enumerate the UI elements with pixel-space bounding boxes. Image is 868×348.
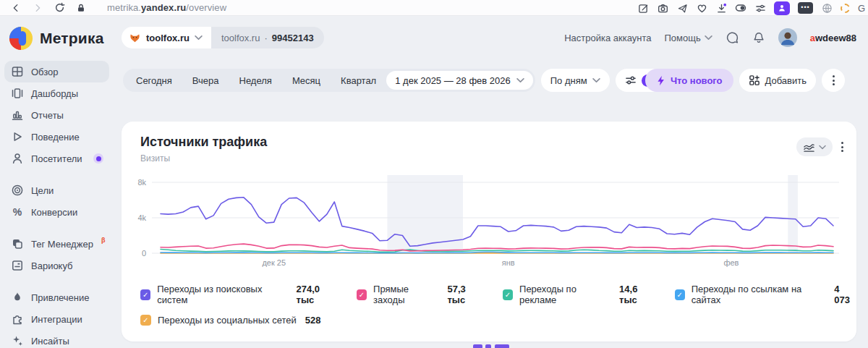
- area-chart-icon: [803, 142, 815, 153]
- metrika-logo-icon: [9, 26, 33, 51]
- integrations-icon: [11, 313, 24, 326]
- more-menu-button[interactable]: [822, 69, 845, 92]
- legend-checkbox[interactable]: ✓: [357, 289, 367, 300]
- metrika-logo[interactable]: Метрика: [0, 23, 114, 59]
- svg-text:янв: янв: [502, 258, 515, 267]
- notifications-bell-icon[interactable]: [752, 31, 765, 44]
- app-title: Метрика: [40, 30, 104, 47]
- help-menu[interactable]: Помощь: [664, 33, 712, 43]
- contrast-toggle-icon[interactable]: [735, 2, 746, 14]
- sidebar-item-label: Цели: [31, 185, 54, 196]
- kebab-icon: [833, 75, 835, 85]
- svg-text:8k: 8k: [137, 178, 146, 187]
- overview-icon: [11, 65, 24, 78]
- traffic-chart[interactable]: 04k8kдек 25янвфев: [129, 171, 849, 269]
- svg-text:4k: 4k: [137, 213, 146, 222]
- lock-icon: [75, 2, 87, 14]
- browser-extension-orange-icon[interactable]: [841, 4, 850, 13]
- forward-icon[interactable]: [32, 2, 43, 14]
- sidebar-item-attraction[interactable]: Привлечение: [4, 287, 109, 308]
- tagmanager-icon: [11, 237, 24, 250]
- date-range-picker[interactable]: 1 дек 2025 — 28 фев 2026: [386, 71, 533, 90]
- sidebar-item-goals[interactable]: Цели: [4, 179, 109, 201]
- sidebar-item-conversions[interactable]: %Конверсии: [4, 201, 109, 223]
- legend-checkbox[interactable]: ✓: [675, 289, 685, 300]
- add-widget-button[interactable]: Добавить: [739, 69, 816, 92]
- account-settings-link[interactable]: Настройка аккаунта: [564, 33, 651, 43]
- reload-icon[interactable]: [54, 2, 65, 14]
- sidebar-item-label: Конверсии: [31, 207, 77, 218]
- sidebar-item-behavior[interactable]: Поведение: [4, 126, 109, 148]
- sidebar-item-overview[interactable]: Обзор: [4, 61, 109, 82]
- heart-icon[interactable]: [696, 2, 707, 14]
- legend-label: Прямые заходы: [373, 284, 438, 305]
- legend-item: ✓Переходы из поисковых систем274,0 тыс: [140, 284, 338, 305]
- sidebar-item-label: Обзор: [31, 67, 59, 77]
- sidebar-item-tag-manager[interactable]: Тег Менеджерβ: [4, 233, 109, 255]
- widget-title: Источники трафика: [140, 135, 267, 150]
- legend-value: 14,6 тыс: [619, 284, 656, 305]
- tune-sliders-icon[interactable]: [754, 2, 766, 14]
- widget-subtitle: Визиты: [140, 153, 170, 164]
- chevron-down-icon: [516, 77, 524, 83]
- legend-value: 4 073: [834, 284, 856, 305]
- sliders-icon: [625, 75, 637, 86]
- preset-4[interactable]: Квартал: [331, 75, 386, 86]
- sidebar-item-label: Вариокуб: [31, 260, 73, 271]
- traffic-chart-svg: 04k8kдек 25янвфев: [129, 171, 849, 269]
- legend-item: ✓Прямые заходы57,3 тыс: [357, 284, 484, 305]
- address-bar[interactable]: metrika.yandex.ru/overview: [107, 2, 226, 13]
- username[interactable]: awdeew88: [810, 33, 856, 43]
- grid-plus-icon: [749, 75, 760, 86]
- sidebar-item-label: Привлечение: [31, 292, 90, 303]
- legend-value: 57,3 тыс: [447, 284, 483, 305]
- granularity-select[interactable]: По дням: [541, 69, 610, 92]
- widget-menu-button[interactable]: [841, 142, 843, 152]
- sidebar-item-visitors[interactable]: Посетители: [4, 148, 109, 169]
- svg-text:%: %: [13, 206, 22, 218]
- insights-icon: [11, 334, 24, 347]
- behavior-icon: [11, 130, 24, 143]
- chart-type-select[interactable]: [796, 137, 833, 156]
- download-icon[interactable]: [715, 2, 727, 14]
- chevron-down-icon: [705, 35, 712, 41]
- legend-checkbox[interactable]: ✓: [503, 289, 513, 300]
- sidebar-item-insights[interactable]: Инсайты: [4, 330, 109, 348]
- sidebar-item-label: Отчеты: [31, 110, 64, 121]
- legend-label: Переходы по ссылкам на сайтах: [692, 284, 826, 305]
- username-first-letter: a: [810, 33, 815, 43]
- reports-icon: [11, 109, 24, 122]
- sidebar-item-reports[interactable]: Отчеты: [4, 104, 109, 126]
- sidebar-item-label: Посетители: [31, 153, 82, 164]
- avatar[interactable]: [778, 28, 797, 47]
- visitors-icon: [11, 152, 24, 165]
- partial-extension-icon: G: [858, 3, 865, 14]
- browser-profile-icon[interactable]: [774, 1, 790, 15]
- send-icon[interactable]: [676, 2, 688, 14]
- extensions-icon[interactable]: •••: [798, 2, 813, 14]
- whats-new-button[interactable]: Что нового: [645, 69, 733, 92]
- chat-icon[interactable]: [726, 31, 739, 45]
- sidebar-item-dashboards[interactable]: Дашборды: [4, 82, 109, 104]
- conversions-icon: %: [11, 205, 24, 218]
- back-icon[interactable]: [10, 2, 22, 14]
- preset-1[interactable]: Вчера: [182, 75, 229, 86]
- sidebar-item-variocube[interactable]: Вариокуб: [4, 255, 109, 276]
- edit-note-icon[interactable]: [637, 2, 649, 14]
- legend-checkbox[interactable]: ✓: [140, 289, 150, 300]
- counter-info: toolfox.ru·99452143: [211, 27, 324, 48]
- username-rest: wdeew88: [815, 33, 856, 43]
- preset-2[interactable]: Неделя: [229, 75, 282, 86]
- globe-icon[interactable]: [821, 2, 833, 14]
- chevron-down-icon: [592, 77, 600, 83]
- camera-icon[interactable]: [657, 2, 668, 14]
- preset-0[interactable]: Сегодня: [126, 75, 182, 86]
- sidebar-item-integrations[interactable]: Интеграции: [4, 308, 109, 330]
- preset-3[interactable]: Месяц: [282, 75, 331, 86]
- sidebar-item-label: Поведение: [31, 132, 80, 143]
- beta-badge: β: [101, 237, 106, 244]
- legend-label: Переходы из поисковых систем: [157, 284, 287, 305]
- legend-label: Переходы из социальных сетей: [158, 315, 297, 326]
- counter-selector[interactable]: toolfox.ru toolfox.ru·99452143: [122, 27, 324, 48]
- legend-checkbox[interactable]: ✓: [140, 315, 151, 326]
